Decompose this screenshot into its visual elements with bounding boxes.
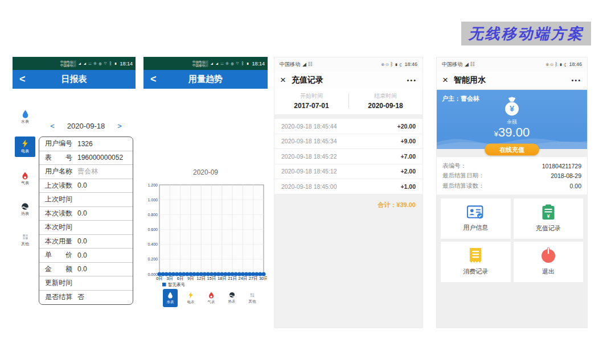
- next-day-button[interactable]: >: [117, 122, 122, 130]
- field-label: 本次时间: [45, 222, 72, 232]
- balance-card: 户主：曹会林 ¥ 余额 ¥39.00 在线充值: [437, 90, 587, 149]
- tab-electric-meter[interactable]: 电表: [183, 289, 198, 307]
- tab-label: 其他: [249, 299, 256, 304]
- sidebar-item-label: 电表: [21, 148, 29, 154]
- status-icons: ◉ ⊙ ᛒ ▮ ☾: [381, 61, 402, 67]
- field-label: 金 额: [45, 264, 72, 274]
- field-label: 单 价: [45, 250, 72, 260]
- sidebar-item-other[interactable]: 其他: [15, 230, 35, 250]
- sidebar-item-label: 水表: [21, 119, 29, 125]
- info-row-meter-no: 表编号：101804211729: [442, 161, 581, 171]
- start-date-value: 2017-07-01: [294, 102, 329, 110]
- info-label: 最后结算日期：: [442, 172, 485, 180]
- field-label: 本次读数: [45, 209, 72, 218]
- sidebar-item-heat-meter[interactable]: 热表: [15, 199, 35, 220]
- svg-text:21日: 21日: [228, 276, 237, 281]
- page-title: 日报表: [13, 74, 136, 85]
- tab-other[interactable]: 其他: [245, 289, 260, 307]
- field-row-unit-price: 单 价0.0: [39, 249, 133, 263]
- record-amount: +2.00: [400, 168, 416, 175]
- total-section: 合计：¥39.00: [274, 195, 423, 329]
- record-time: 2020-09-18 18:45:00: [281, 183, 337, 190]
- online-recharge-button[interactable]: 在线充值: [485, 144, 539, 156]
- info-label: 表编号：: [442, 162, 466, 170]
- carrier-2: 中国移动▨: [60, 64, 76, 67]
- field-row-meter-no: 表 号196000000052: [39, 151, 133, 166]
- record-amount: +9.00: [400, 138, 416, 144]
- start-date-picker[interactable]: 开始时间 2017-07-01: [274, 92, 348, 110]
- sidebar-item-label: 其他: [21, 241, 29, 247]
- status-icons: ◢ ◢ ☷ ◉ Ⓝ ♡ ᛒ ▮: [211, 61, 250, 66]
- svg-text:0.400: 0.400: [147, 242, 158, 246]
- status-bar: 中国移动 ◢ ☷ ◉ ⊙ ᛒ ▮ ☾ 18:46: [437, 57, 587, 71]
- svg-text:¥: ¥: [510, 105, 514, 114]
- signal-wifi-icons: ◢ ☷: [465, 61, 475, 67]
- status-time: 18:14: [252, 61, 265, 67]
- close-icon[interactable]: ×: [280, 75, 286, 85]
- info-value: 2018-08-29: [551, 172, 581, 179]
- svg-text:18日: 18日: [218, 276, 227, 281]
- end-date-picker[interactable]: 结束时间 2020-09-18: [348, 92, 423, 110]
- svg-text:30日: 30日: [259, 276, 267, 281]
- record-amount: +1.00: [400, 183, 416, 190]
- meter-info-section: 表编号：101804211729 最后结算日期：2018-08-29 最后结算读…: [437, 157, 587, 195]
- meter-type-tabs: 水表 电表 气表 热表 其他: [163, 289, 260, 307]
- page-title: 智能用水: [454, 75, 486, 85]
- info-value: 0.00: [570, 183, 581, 189]
- phone-recharge-records: 中国移动 ◢ ☷ ◉ ⊙ ᛒ ▮ ☾ 18:46 × 充值记录 ••• 开始时间…: [274, 57, 423, 328]
- field-row-update-time: 更新时间: [39, 276, 133, 291]
- other-grid-icon: [22, 233, 29, 241]
- current-date[interactable]: 2020-09-18: [67, 122, 105, 130]
- tab-water-meter[interactable]: 水表: [163, 289, 178, 307]
- field-label: 用户名称: [45, 167, 72, 176]
- field-label: 是否结算: [45, 292, 72, 302]
- status-icons: ◢ ◢ ☷ ◉ Ⓝ ♡ ᛒ ▮: [79, 61, 118, 66]
- menu-card-recharge-records[interactable]: ¥ 充值记录: [514, 198, 584, 239]
- carrier: 中国移动: [442, 61, 462, 68]
- close-icon[interactable]: ×: [442, 75, 448, 85]
- svg-text:0.600: 0.600: [147, 228, 158, 231]
- svg-text:6日: 6日: [177, 276, 184, 281]
- field-value: 曹会林: [77, 167, 98, 176]
- menu-card-user-info[interactable]: 用户信息: [441, 198, 511, 239]
- more-menu-icon[interactable]: •••: [571, 77, 581, 84]
- sidebar-item-electric-meter[interactable]: 电表: [15, 136, 35, 157]
- lightning-icon: [188, 292, 194, 299]
- record-time: 2020-09-18 18:45:22: [281, 153, 337, 160]
- status-time: 18:46: [569, 61, 582, 67]
- tab-heat-meter[interactable]: 热表: [224, 289, 239, 307]
- sidebar-item-label: 热表: [21, 211, 29, 217]
- trend-body: 2020-09 1.2001.0000.8000.6000.4000.2000.…: [143, 89, 268, 333]
- signal-wifi-icons: ◢ ☷: [302, 61, 313, 67]
- svg-text:24日: 24日: [238, 276, 247, 281]
- prev-day-button[interactable]: <: [50, 122, 55, 130]
- chart-month-title: 2020-09: [143, 168, 268, 176]
- status-bar: 中国移动 ◢ ☷ ◉ ⊙ ᛒ ▮ ☾ 18:46: [274, 57, 423, 71]
- svg-text:3日: 3日: [166, 276, 173, 281]
- record-amount: +7.00: [400, 153, 416, 160]
- sidebar-item-water-meter[interactable]: 水表: [15, 107, 35, 127]
- more-menu-icon[interactable]: •••: [407, 77, 417, 84]
- field-label: 上次读数: [45, 181, 72, 191]
- section-divider: [274, 114, 423, 119]
- flame-icon: [22, 172, 28, 180]
- sidebar-item-gas-meter[interactable]: 气表: [15, 168, 35, 189]
- field-row-current-time: 本次时间: [39, 221, 133, 235]
- app-header: × 智能用水 •••: [437, 71, 587, 89]
- tab-label: 热表: [228, 299, 236, 304]
- field-value: 0.0: [77, 265, 87, 273]
- menu-card-consume-records[interactable]: 消费记录: [441, 242, 511, 282]
- record-row: 2020-09-18 18:45:34+9.00: [274, 134, 423, 150]
- phone-usage-trend: 中国电信▨ 中国移动▨ ◢ ◢ ☷ ◉ Ⓝ ♡ ᛒ ▮ 18:14 < 用量趋势…: [143, 57, 268, 333]
- tab-gas-meter[interactable]: 气表: [204, 289, 219, 307]
- menu-label: 充值记录: [536, 224, 561, 233]
- svg-text:¥: ¥: [547, 213, 549, 219]
- user-card-icon: [467, 205, 484, 220]
- other-grid-icon: [249, 292, 255, 298]
- menu-card-exit[interactable]: 退出: [514, 242, 584, 282]
- recharge-receipt-icon: ¥: [542, 204, 555, 220]
- svg-text:0.800: 0.800: [147, 213, 158, 217]
- field-value: 0.0: [77, 251, 87, 259]
- daily-report-form: 用户编号1326 表 号196000000052 用户名称曹会林 上次读数0.0…: [39, 136, 133, 305]
- svg-text:暂无表号: 暂无表号: [168, 282, 186, 287]
